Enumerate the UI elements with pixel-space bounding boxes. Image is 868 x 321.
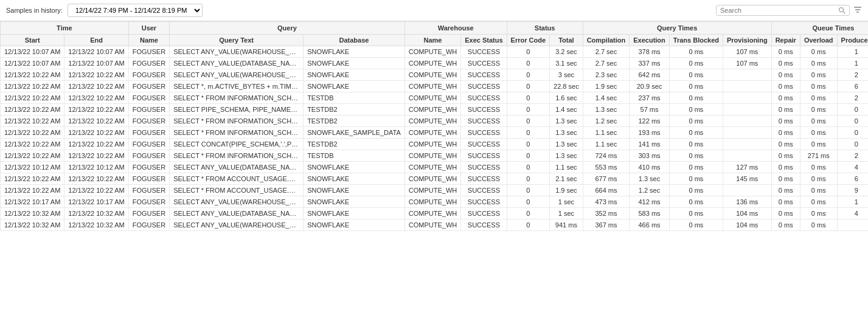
table-cell: SELECT PIPE_SCHEMA, PIPE_NAME, CO...	[170, 104, 304, 116]
table-cell: 0 ms	[669, 219, 723, 231]
table-row[interactable]: 12/13/22 10:22 AM12/13/22 10:22 AMFOGUSE…	[1, 81, 869, 92]
table-cell: COMPUTE_WH	[404, 219, 460, 231]
table-cell: 12/13/22 10:22 AM	[64, 104, 128, 116]
table-row[interactable]: 12/13/22 10:32 AM12/13/22 10:32 AMFOGUSE…	[1, 208, 869, 219]
filter-icon[interactable]	[853, 5, 862, 15]
table-cell: 12/13/22 10:22 AM	[64, 69, 128, 81]
col-trans-blocked: Trans Blocked	[669, 35, 723, 46]
table-row[interactable]: 12/13/22 10:22 AM12/13/22 10:22 AMFOGUSE…	[1, 92, 869, 104]
table-cell: 12/13/22 10:22 AM	[1, 173, 64, 185]
table-cell: 12/13/22 10:22 AM	[1, 69, 64, 81]
table-cell: 20.9 sec	[630, 81, 670, 92]
table-cell: 12/13/22 10:07 AM	[1, 46, 64, 58]
table-cell: 12/13/22 10:32 AM	[64, 208, 128, 219]
table-cell: COMPUTE_WH	[404, 92, 460, 104]
table-cell: 12/13/22 10:07 AM	[64, 58, 128, 69]
table-cell: 0 ms	[669, 139, 723, 150]
table-cell: 1.9 sec	[550, 185, 583, 196]
table-cell: 0 ms	[771, 127, 800, 139]
table-cell: 12/13/22 10:22 AM	[1, 139, 64, 150]
group-query: Query	[170, 22, 405, 35]
table-cell: 0	[507, 116, 549, 127]
table-cell: 0	[507, 139, 549, 150]
table-cell: 127 ms	[723, 162, 772, 173]
table-cell: 1.3 sec	[583, 104, 630, 116]
table-cell: COMPUTE_WH	[404, 139, 460, 150]
table-cell: 145 ms	[723, 173, 772, 185]
table-cell: 1 sec	[550, 208, 583, 219]
table-cell: SNOWFLAKE	[304, 173, 405, 185]
table-body: 12/13/22 10:07 AM12/13/22 10:07 AMFOGUSE…	[1, 46, 869, 231]
table-cell: SNOWFLAKE	[304, 162, 405, 173]
table-cell: 3 sec	[550, 69, 583, 81]
table-cell: 0 ms	[669, 173, 723, 185]
table-cell: COMPUTE_WH	[404, 196, 460, 208]
date-range-select[interactable]: 12/14/22 7:49 PM - 12/14/22 8:19 PM	[68, 4, 203, 17]
table-cell: 1.9 sec	[583, 81, 630, 92]
table-cell: FOGUSER	[128, 104, 169, 116]
table-cell: 3.2 sec	[550, 46, 583, 58]
table-cell: 0 ms	[800, 219, 837, 231]
table-cell: 0 ms	[800, 104, 837, 116]
table-cell: 12/13/22 10:22 AM	[1, 92, 64, 104]
table-row[interactable]: 12/13/22 10:07 AM12/13/22 10:07 AMFOGUSE…	[1, 58, 869, 69]
table-cell: 12/13/22 10:22 AM	[64, 173, 128, 185]
table-row[interactable]: 12/13/22 10:22 AM12/13/22 10:22 AMFOGUSE…	[1, 69, 869, 81]
table-row[interactable]: 12/13/22 10:17 AM12/13/22 10:17 AMFOGUSE…	[1, 196, 869, 208]
table-cell: 941 ms	[550, 219, 583, 231]
table-cell: FOGUSER	[128, 208, 169, 219]
table-cell: COMPUTE_WH	[404, 185, 460, 196]
table-cell: SUCCESS	[461, 81, 507, 92]
table-cell: 107 ms	[723, 46, 772, 58]
table-cell: 0 ms	[771, 104, 800, 116]
table-cell: FOGUSER	[128, 58, 169, 69]
table-cell: 2.7 sec	[583, 58, 630, 69]
table-cell: SUCCESS	[461, 185, 507, 196]
table-cell: 0 ms	[800, 139, 837, 150]
table-cell: SELECT ANY_VALUE(WAREHOUSE_NAM...	[170, 219, 304, 231]
table-cell: 0	[507, 219, 549, 231]
table-cell: 724 ms	[583, 150, 630, 162]
table-cell: 378 ms	[630, 46, 670, 58]
group-status: Status	[507, 22, 583, 35]
table-cell: 1	[837, 46, 868, 58]
table-row[interactable]: 12/13/22 10:12 AM12/13/22 10:12 AMFOGUSE…	[1, 162, 869, 173]
search-input[interactable]	[720, 7, 836, 14]
table-cell: 1.3 sec	[550, 139, 583, 150]
table-cell: SUCCESS	[461, 139, 507, 150]
col-error-code: Error Code	[507, 35, 549, 46]
table-wrapper[interactable]: Time User Query Warehouse Status Query T…	[0, 21, 868, 319]
table-row[interactable]: 12/13/22 10:22 AM12/13/22 10:22 AMFOGUSE…	[1, 116, 869, 127]
table-cell: 12/13/22 10:22 AM	[64, 116, 128, 127]
table-row[interactable]: 12/13/22 10:22 AM12/13/22 10:22 AMFOGUSE…	[1, 150, 869, 162]
table-cell: SELECT ANY_VALUE(DATABASE_NAME) ...	[170, 208, 304, 219]
table-cell: 12/13/22 10:22 AM	[1, 127, 64, 139]
table-cell: COMPUTE_WH	[404, 127, 460, 139]
table-row[interactable]: 12/13/22 10:22 AM12/13/22 10:22 AMFOGUSE…	[1, 139, 869, 150]
table-row[interactable]: 12/13/22 10:32 AM12/13/22 10:32 AMFOGUSE…	[1, 219, 869, 231]
col-database: Database	[304, 35, 405, 46]
table-cell: 0 ms	[800, 185, 837, 196]
table-cell: 0 ms	[771, 208, 800, 219]
table-cell: 0	[507, 185, 549, 196]
table-cell: SUCCESS	[461, 173, 507, 185]
table-row[interactable]: 12/13/22 10:22 AM12/13/22 10:22 AMFOGUSE…	[1, 173, 869, 185]
table-cell: SNOWFLAKE	[304, 219, 405, 231]
table-cell: SNOWFLAKE	[304, 58, 405, 69]
col-query-text: Query Text	[170, 35, 304, 46]
col-repair: Repair	[771, 35, 800, 46]
table-cell: 3.1 sec	[550, 58, 583, 69]
table-cell: SUCCESS	[461, 208, 507, 219]
table-cell: FOGUSER	[128, 92, 169, 104]
table-cell: 12/13/22 10:22 AM	[64, 150, 128, 162]
table-row[interactable]: 12/13/22 10:22 AM12/13/22 10:22 AMFOGUSE…	[1, 127, 869, 139]
table-row[interactable]: 12/13/22 10:22 AM12/13/22 10:22 AMFOGUSE…	[1, 104, 869, 116]
table-row[interactable]: 12/13/22 10:07 AM12/13/22 10:07 AMFOGUSE…	[1, 46, 869, 58]
table-row[interactable]: 12/13/22 10:22 AM12/13/22 10:22 AMFOGUSE…	[1, 185, 869, 196]
table-cell: 466 ms	[630, 219, 670, 231]
table-cell: 0 ms	[771, 196, 800, 208]
group-user: User	[128, 22, 169, 35]
table-cell: 12/13/22 10:22 AM	[1, 150, 64, 162]
table-cell: 12/13/22 10:17 AM	[64, 196, 128, 208]
table-cell: 12/13/22 10:32 AM	[64, 219, 128, 231]
